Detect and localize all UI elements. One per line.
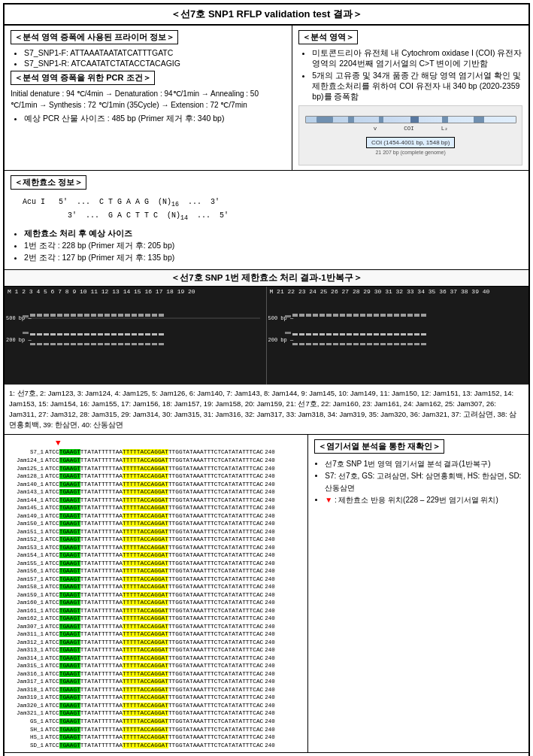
svg-rect-80 <box>401 314 406 317</box>
svg-rect-83 <box>421 314 426 317</box>
svg-rect-81 <box>407 314 413 317</box>
svg-rect-1 <box>23 315 29 317</box>
seq-label: Jam154_1 <box>6 551 45 560</box>
seq-label: Jam320_1 <box>6 702 45 710</box>
seq-data: ATCCTGAAGTTTATATTTTTAATTTTTACCAGGATTTGGT… <box>45 544 263 552</box>
primer-reverse: S7_SNP1-R: ATCAATATCTATACCTACAGIG <box>24 59 286 68</box>
sequence-row: Jam319_1ATCCTGAAGTTTATATTTTTAATTTTTACCAG… <box>6 694 306 702</box>
svg-rect-7 <box>64 314 69 317</box>
svg-rect-124 <box>421 343 426 345</box>
svg-rect-42 <box>159 333 164 335</box>
svg-rect-24 <box>37 333 42 335</box>
top-right-panel: ＜분석 영역＞ 미토콘드리아 유전체 내 Cytochrom oxidase I… <box>292 26 528 170</box>
svg-rect-108 <box>313 343 318 345</box>
svg-rect-41 <box>152 333 157 335</box>
svg-rect-29 <box>71 333 76 335</box>
svg-rect-106 <box>299 343 304 345</box>
seq-number: 240 <box>265 662 275 670</box>
sequence-row: Jam321_1ATCCTGAAGTTTATATTTTTAATTTTTACCAG… <box>6 709 306 718</box>
seq-data: ATCCTGAAGTTTATATTTTTAATTTTTACCAGGATTTGGT… <box>45 630 263 639</box>
svg-rect-67 <box>313 314 318 317</box>
svg-rect-4 <box>44 314 49 317</box>
svg-rect-49 <box>71 343 76 345</box>
sequence-row: Jam316_1ATCCTGAAGTTTATATTTTTAATTTTTACCAG… <box>6 670 306 679</box>
seq-number: 240 <box>265 646 275 654</box>
enzyme-sizes: 제한효소 처리 후 예상 사이즈 1번 조각 : 228 bp (Primer … <box>11 229 522 263</box>
seq-number: 240 <box>265 528 275 536</box>
seq-data: ATCCTGAAGTTTATATTTTTAATTTTTACCAGGATTTGGT… <box>45 481 263 489</box>
svg-rect-87 <box>306 333 311 335</box>
seq-number: 240 <box>265 678 275 686</box>
svg-rect-13 <box>104 314 110 317</box>
seq-label: Jam144_1 <box>6 496 45 505</box>
seq-number: 240 <box>265 630 275 639</box>
sequence-row: Jam124_1ATCCTGAAGTTTATATTTTTAATTTTTACCAG… <box>6 457 306 465</box>
svg-rect-123 <box>414 343 419 345</box>
seq-label: Jam155_1 <box>6 560 45 568</box>
analysis-list: 선7호 SNP 1번 영역 염기서열 분석 결과(1반복구) S7: 선7호, … <box>314 458 522 506</box>
sequence-row: Jam315_1ATCCTGAAGTTTATATTTTTAATTTTTACCAG… <box>6 662 306 670</box>
svg-rect-63 <box>285 315 291 317</box>
svg-rect-18 <box>138 314 144 317</box>
seq-number: 240 <box>265 504 275 512</box>
svg-rect-30 <box>77 333 83 335</box>
seq-label: Jam124_1 <box>6 457 45 465</box>
sequence-row: Jam150_1ATCCTGAAGTTTATATTTTTAATTTTTACCAG… <box>6 520 306 528</box>
seq-label: Jam162_1 <box>6 615 45 623</box>
svg-rect-36 <box>118 333 123 335</box>
seq-number: 240 <box>265 488 275 496</box>
svg-rect-94 <box>353 333 359 335</box>
gel-left-placeholder: M 1 2 3 4 5 6 7 8 9 10 11 12 13 14 15 16… <box>5 287 266 384</box>
seq-number: 240 <box>265 481 275 489</box>
sequence-row: Jam162_1ATCCTGAAGTTTATATTTTTAATTTTTACCAG… <box>6 615 306 623</box>
svg-rect-86 <box>299 333 304 335</box>
seq-label: SH_1 <box>6 726 45 734</box>
svg-rect-72 <box>347 314 352 317</box>
gel-caption: 1: 선7호, 2: Jam123, 3: Jam124, 4: Jam125,… <box>5 384 528 434</box>
svg-rect-39 <box>138 333 144 335</box>
svg-rect-61 <box>152 343 157 345</box>
seq-label: Jam314_1 <box>6 654 45 663</box>
svg-rect-54 <box>104 343 110 345</box>
sequence-row: Jam125_1ATCCTGAAGTTTATATTTTTAATTTTTACCAG… <box>6 465 306 473</box>
svg-rect-75 <box>367 314 372 317</box>
analysis-panel: ＜염기서열 분석을 통한 재확인＞ 선7호 SNP 1번 영역 염기서열 분석 … <box>308 435 528 752</box>
sequence-row: Jam157_1ATCCTGAAGTTTATATTTTTAATTTTTACCAG… <box>6 575 306 584</box>
svg-rect-20 <box>152 314 157 317</box>
seq-number: 240 <box>265 583 275 591</box>
svg-rect-27 <box>57 333 62 335</box>
seq-number: 240 <box>265 709 275 718</box>
svg-rect-51 <box>84 343 89 345</box>
seq-data: ATCCTGAAGTTTATATTTTTAATTTTTACCAGGATTTGGT… <box>45 607 263 615</box>
seq-number: 240 <box>265 512 275 521</box>
svg-rect-6 <box>57 314 62 317</box>
sequence-row: Jam145_1ATCCTGAAGTTTATATTTTTAATTTTTACCAG… <box>6 504 306 512</box>
svg-rect-5 <box>50 314 56 317</box>
top-left-panel: ＜분석 영역 증폭에 사용된 프라이머 정보＞ S7_SNP1-F: ATTAA… <box>5 26 292 170</box>
seq-data: ATCCTGAAGTTTATATTTTTAATTTTTACCAGGATTTGGT… <box>45 662 263 670</box>
seq-label: Jam313_1 <box>6 646 45 654</box>
svg-rect-110 <box>326 343 332 345</box>
svg-rect-90 <box>326 333 332 335</box>
sequence-row: Jam159_1ATCCTGAAGTTTATATTTTTAATTTTTACCAG… <box>6 591 306 600</box>
svg-rect-21 <box>159 314 164 317</box>
svg-rect-60 <box>145 343 150 345</box>
svg-rect-58 <box>132 343 137 345</box>
sequence-row: Jam314_1ATCCTGAAGTTTATATTTTTAATTTTTACCAG… <box>6 654 306 663</box>
analysis-item-1: 선7호 SNP 1번 영역 염기서열 분석 결과(1반복구) <box>325 458 522 470</box>
seq-number: 240 <box>265 457 275 465</box>
sequence-row: Jam160_1ATCCTGAAGTTTATATTTTTAATTTTTACCAG… <box>6 599 306 607</box>
analysis-item-2: S7: 선7호, GS: 고려삼면, SH: 삼면홍회백, HS: 한삼면, S… <box>325 470 522 494</box>
seq-label: Jam125_1 <box>6 465 45 473</box>
svg-rect-65 <box>299 314 304 317</box>
seq-number: 240 <box>265 726 275 734</box>
seq-number: 240 <box>265 654 275 663</box>
seq-label: Jam159_1 <box>6 591 45 600</box>
seq-number: 240 <box>265 742 275 750</box>
seq-data: ATCCTGAAGTTTATATTTTTAATTTTTACCAGGATTTGGT… <box>45 496 263 505</box>
svg-rect-55 <box>111 343 117 345</box>
svg-rect-112 <box>340 343 345 345</box>
seq-label: Jam152_1 <box>6 536 45 544</box>
svg-rect-117 <box>374 343 379 345</box>
enzyme-name: Acu I 5' ... C T G A A G (N)16 ... 3' <box>23 196 522 210</box>
